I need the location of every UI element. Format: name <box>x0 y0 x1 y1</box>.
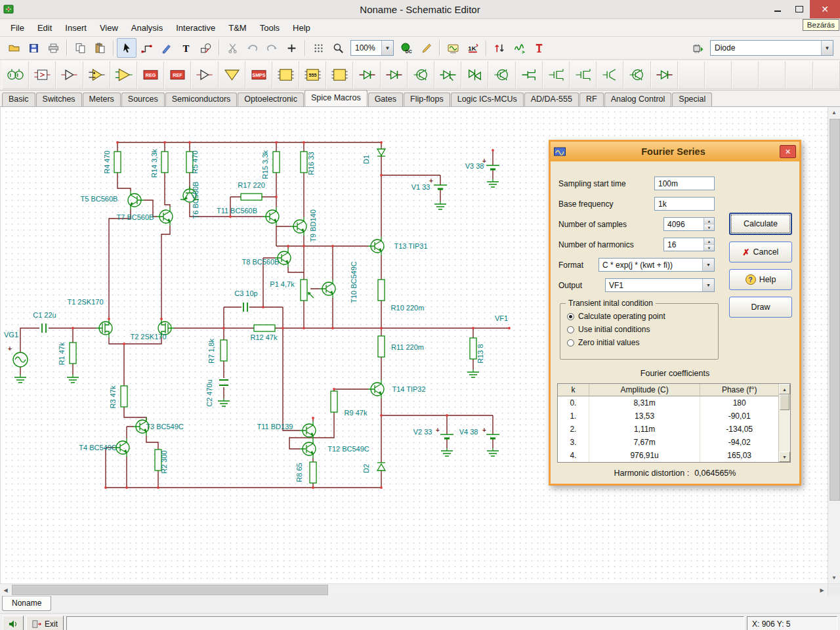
undo-button[interactable] <box>242 38 262 58</box>
component-button-timer-555-icon[interactable]: 555 <box>299 61 326 89</box>
tab-switches[interactable]: Switches <box>36 93 82 106</box>
wire-tool-button[interactable] <box>136 38 156 58</box>
menu-tm[interactable]: T&M <box>222 20 253 35</box>
tab-flip-flops[interactable]: Flip-flops <box>404 93 450 106</box>
tab-gates[interactable]: Gates <box>368 93 403 106</box>
cut-button[interactable] <box>222 38 242 58</box>
component-button-power-transistor-icon[interactable] <box>623 61 650 89</box>
scroll-down-icon[interactable]: ▼ <box>779 452 790 462</box>
component-label[interactable]: V3 38 <box>465 162 484 170</box>
component-label[interactable]: T3 BC549C <box>146 423 184 430</box>
dropdown-arrow-icon[interactable]: ▼ <box>702 259 714 271</box>
tab-logic-ics-mcus[interactable]: Logic ICs-MCUs <box>451 93 524 106</box>
scroll-down-arrow[interactable]: ▼ <box>828 572 840 583</box>
tab-optoelectronic[interactable]: Optoelectronic <box>238 93 304 106</box>
beeper-button[interactable] <box>3 616 24 630</box>
probe-tool-button[interactable] <box>156 38 176 58</box>
tab-ad-da-555[interactable]: AD/DA-555 <box>524 93 579 106</box>
tab-spice-macros[interactable]: Spice Macros <box>304 90 368 106</box>
component-label[interactable]: R3 47k <box>109 385 117 408</box>
component-button-npn-transistor-icon[interactable] <box>408 61 434 89</box>
radio-icon[interactable] <box>567 313 574 320</box>
component-button-ic-icon[interactable] <box>272 61 299 89</box>
menu-file[interactable]: File <box>4 20 31 35</box>
component-button-vco-icon[interactable] <box>219 61 245 89</box>
radio-option-zero-initial-values[interactable]: Zero initial values <box>567 338 718 347</box>
component-label[interactable]: T7 BC560B <box>117 213 154 221</box>
select-tool-button[interactable] <box>117 38 136 58</box>
transient-button[interactable] <box>490 38 509 58</box>
component-button-macro-block-icon[interactable] <box>29 61 56 89</box>
horizontal-scrollbar[interactable]: ◀ ▶ <box>0 583 840 596</box>
component-button-empty-slot[interactable] <box>759 61 786 89</box>
spin-down-icon[interactable]: ▼ <box>704 245 714 251</box>
menu-insert[interactable]: Insert <box>58 20 93 35</box>
component-label[interactable]: T12 BC549C <box>327 445 369 453</box>
menu-interactive[interactable]: Interactive <box>169 20 222 35</box>
menu-edit[interactable]: Edit <box>31 20 58 35</box>
dropdown-arrow-icon[interactable]: ▼ <box>702 279 714 291</box>
component-button-smps-icon[interactable]: SMPS <box>245 61 272 89</box>
component-label[interactable]: T11 BD139 <box>257 423 293 430</box>
dialog-close-button[interactable]: ✕ <box>780 145 796 158</box>
vertical-scroll-thumb[interactable] <box>830 119 840 501</box>
component-button-opamp-icon[interactable] <box>110 61 137 89</box>
component-label[interactable]: T11 BC560B <box>217 207 257 215</box>
scroll-right-arrow[interactable]: ▶ <box>816 584 828 596</box>
component-label[interactable]: R17 220 <box>238 181 265 189</box>
component-label[interactable]: R14 3,3k <box>150 148 158 178</box>
component-label[interactable]: R4 470 <box>103 150 111 173</box>
radio-icon[interactable] <box>567 339 574 346</box>
component-label[interactable]: C1 22u <box>33 311 56 319</box>
component-label[interactable]: R2 300 <box>160 450 168 473</box>
tab-meters[interactable]: Meters <box>83 93 121 106</box>
component-label[interactable]: VG1 <box>4 331 18 339</box>
minimize-button[interactable] <box>766 0 788 18</box>
save-button[interactable] <box>24 38 43 58</box>
vertical-scroll-track[interactable] <box>828 501 840 572</box>
chevron-down-icon[interactable]: ▼ <box>381 41 393 55</box>
component-label[interactable]: V2 33 <box>413 428 432 436</box>
text-tool-button[interactable]: T <box>176 38 196 58</box>
zoom-combo[interactable]: 100%▼ <box>350 40 394 56</box>
component-button-pnp-transistor-icon[interactable] <box>488 61 515 89</box>
component-button-amplifier-icon[interactable] <box>83 61 110 89</box>
component-label[interactable]: R1 47k <box>58 342 66 365</box>
component-button-jfet-icon[interactable] <box>516 61 543 89</box>
component-label[interactable]: T5 BC560B <box>81 195 118 203</box>
oscilloscope-button[interactable] <box>443 38 463 58</box>
component-button-pmos-icon[interactable] <box>570 61 597 89</box>
redo-button[interactable] <box>262 38 282 58</box>
signal-generator-button[interactable]: 1K <box>463 38 482 58</box>
component-label[interactable]: D1 <box>362 155 370 164</box>
component-label[interactable]: R12 47k <box>251 333 278 341</box>
component-label[interactable]: C2 470u <box>205 379 213 407</box>
component-label[interactable]: C3 10p <box>234 289 257 297</box>
component-search-combo[interactable]: Diode▼ <box>710 40 833 56</box>
table-row[interactable]: 1.13,53-90,01 <box>558 410 779 423</box>
schematic-canvas[interactable]: +++++R4 470R14 3,3kR5 470R15 3,3kR16 33R… <box>0 107 828 583</box>
component-button-ic2-icon[interactable] <box>326 61 353 89</box>
component-label[interactable]: R11 220m <box>391 343 424 351</box>
component-label[interactable]: T13 TIP31 <box>394 242 427 250</box>
component-button-thyristor-icon[interactable] <box>434 61 461 89</box>
tm-tool-button[interactable] <box>529 38 549 58</box>
open-file-button[interactable] <box>4 38 24 58</box>
tab-sources[interactable]: Sources <box>121 93 165 106</box>
component-button-nmos-icon[interactable] <box>543 61 570 89</box>
dialog-title-bar[interactable]: Fourier Series ✕ <box>551 142 799 161</box>
component-button-igbt-icon[interactable] <box>597 61 623 89</box>
component-label[interactable]: T2 2SK170 <box>130 333 166 341</box>
spin-down-icon[interactable]: ▼ <box>704 224 714 230</box>
menu-tools[interactable]: Tools <box>253 20 286 35</box>
component-button-reference-icon[interactable]: REF <box>164 61 191 89</box>
radio-option-use-initial-conditions[interactable]: Use initial conditions <box>567 325 718 334</box>
zoom-button[interactable] <box>328 38 348 58</box>
field-output[interactable]: VF1▼ <box>605 278 715 292</box>
menu-help[interactable]: Help <box>286 20 317 35</box>
scroll-up-arrow[interactable]: ▲ <box>828 107 840 118</box>
component-button-buffer-icon[interactable] <box>56 61 83 89</box>
component-button-regulator-icon[interactable]: REG <box>137 61 164 89</box>
spin-up-icon[interactable]: ▲ <box>704 218 714 224</box>
component-label[interactable]: T4 BC549C <box>79 444 117 452</box>
